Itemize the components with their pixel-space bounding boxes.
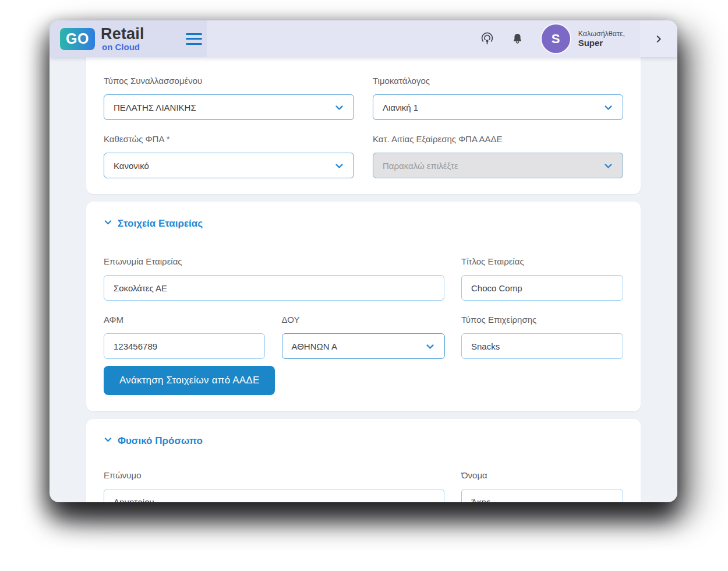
field-doy: ΔΟΥ ΑΘΗΝΩΝ Α — [282, 315, 445, 359]
chevron-right-icon[interactable] — [653, 34, 664, 44]
last-name-input[interactable] — [104, 489, 444, 502]
field-transaction-type: Τύπος Συναλλασσομένου ΠΕΛΑΤΗΣ ΛΙΑΝΙΚΗΣ — [104, 76, 354, 120]
section-company-toggle[interactable]: Στοιχεία Εταιρείας — [104, 218, 623, 230]
chevron-down-icon — [603, 103, 613, 112]
vat-exemption-select: Παρακαλώ επιλέξτε — [373, 153, 623, 178]
app-window: GO Retail on Cloud — [50, 20, 677, 502]
section-title: Φυσικό Πρόσωπο — [118, 435, 203, 447]
bell-icon[interactable] — [510, 31, 525, 47]
afm-input[interactable] — [104, 333, 265, 359]
field-label: Κατ. Αιτίας Εξαίρεσης ΦΠΑ ΑΑΔΕ — [373, 134, 623, 144]
field-vat-status: Καθεστώς ΦΠΑ * Κανονικό — [104, 134, 354, 178]
field-label: Επωνυμία Εταιρείας — [104, 256, 444, 266]
brand-text: Retail on Cloud — [101, 26, 144, 51]
brand-subtitle: on Cloud — [102, 43, 144, 51]
field-company-title: Τίτλος Εταιρείας — [461, 256, 623, 301]
welcome-label: Καλωσήλθατε, — [578, 30, 625, 38]
broadcast-icon[interactable] — [480, 31, 495, 47]
select-value: ΠΕΛΑΤΗΣ ΛΙΑΝΙΚΗΣ — [114, 103, 196, 112]
field-last-name: Επώνυμο — [104, 470, 444, 502]
field-vat-exemption-reason: Κατ. Αιτίας Εξαίρεσης ΦΠΑ ΑΑΔΕ Παρακαλώ … — [373, 134, 623, 178]
field-label: Καθεστώς ΦΠΑ * — [104, 134, 354, 144]
select-placeholder: Παρακαλώ επιλέξτε — [383, 161, 458, 171]
card-transaction-settings: Τύπος Συναλλασσομένου ΠΕΛΑΤΗΣ ΛΙΑΝΙΚΗΣ Τ… — [86, 57, 641, 194]
field-label: Τύπος Επιχείρησης — [461, 315, 623, 325]
section-title: Στοιχεία Εταιρείας — [118, 218, 203, 230]
field-label: ΔΟΥ — [282, 315, 445, 325]
field-company-name: Επωνυμία Εταιρείας — [104, 256, 444, 301]
doy-select[interactable]: ΑΘΗΝΩΝ Α — [282, 333, 445, 359]
business-type-input[interactable] — [461, 333, 623, 359]
hamburger-menu-icon[interactable] — [186, 33, 202, 45]
chevron-down-icon — [104, 218, 112, 227]
select-value: Κανονικό — [114, 161, 149, 171]
chevron-down-icon — [104, 435, 112, 444]
card-natural-person: Φυσικό Πρόσωπο Επώνυμο Όνομα — [86, 419, 641, 502]
welcome-block: Καλωσήλθατε, Super — [578, 30, 625, 48]
chevron-down-icon — [334, 103, 344, 112]
first-name-input[interactable] — [461, 489, 623, 502]
app-header: GO Retail on Cloud — [50, 20, 677, 57]
field-label: Επώνυμο — [104, 470, 444, 480]
field-label: Τίτλος Εταιρείας — [461, 256, 623, 266]
company-name-input[interactable] — [104, 275, 444, 301]
select-value: ΑΘΗΝΩΝ Α — [292, 341, 337, 351]
app-logo[interactable]: GO — [60, 28, 95, 50]
field-afm: ΑΦΜ — [104, 315, 265, 359]
header-expand-area — [640, 20, 677, 57]
field-label: Όνομα — [461, 470, 623, 480]
field-label: ΑΦΜ — [104, 315, 265, 325]
page: GO Retail on Cloud — [0, 0, 728, 571]
chevron-down-icon — [334, 161, 344, 171]
header-toolbar: S Καλωσήλθατε, Super — [207, 20, 640, 57]
scroll-content[interactable]: Τύπος Συναλλασσομένου ΠΕΛΑΤΗΣ ΛΙΑΝΙΚΗΣ Τ… — [50, 57, 677, 502]
brand-name: Retail — [101, 26, 144, 42]
section-person-toggle[interactable]: Φυσικό Πρόσωπο — [104, 435, 623, 447]
transaction-type-select[interactable]: ΠΕΛΑΤΗΣ ΛΙΑΝΙΚΗΣ — [104, 94, 354, 120]
card-company-details: Στοιχεία Εταιρείας Επωνυμία Εταιρείας Τί… — [86, 202, 641, 411]
field-label: Τιμοκατάλογος — [373, 76, 623, 86]
company-title-input[interactable] — [461, 275, 623, 301]
select-value: Λιανική 1 — [383, 103, 418, 112]
chevron-down-icon — [425, 341, 435, 351]
welcome-username: Super — [578, 38, 625, 48]
price-list-select[interactable]: Λιανική 1 — [373, 94, 623, 120]
aade-fetch-button[interactable]: Ανάκτηση Στοιχείων από ΑΑΔΕ — [104, 366, 275, 395]
chevron-down-icon — [603, 161, 613, 171]
vat-status-select[interactable]: Κανονικό — [104, 153, 354, 178]
brand-section: GO Retail on Cloud — [50, 20, 207, 57]
field-label: Τύπος Συναλλασσομένου — [104, 76, 354, 86]
user-avatar[interactable]: S — [542, 24, 570, 53]
field-price-list: Τιμοκατάλογος Λιανική 1 — [373, 76, 623, 120]
field-first-name: Όνομα — [461, 470, 623, 502]
field-business-type: Τύπος Επιχείρησης — [461, 315, 623, 359]
